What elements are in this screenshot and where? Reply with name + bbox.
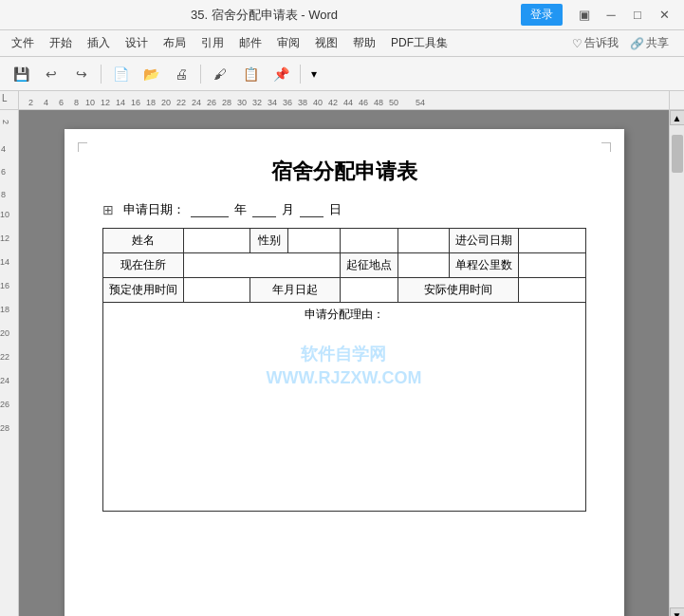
- actual-time-value: [518, 278, 585, 303]
- menu-pdf[interactable]: PDF工具集: [383, 32, 455, 54]
- name-value: [183, 229, 250, 253]
- actual-time-label: 安际使用时间: [398, 278, 519, 303]
- ruler-v-20: 20: [0, 328, 9, 338]
- planned-time-label: 预定使用时间: [102, 278, 183, 303]
- ruler-num-54: 54: [416, 98, 425, 107]
- print-button[interactable]: 🖨: [168, 61, 194, 87]
- maximize-button[interactable]: □: [625, 5, 650, 26]
- gender-label: 性别: [250, 229, 288, 253]
- open-button[interactable]: 📂: [138, 61, 164, 87]
- menu-mailings[interactable]: 邮件: [231, 32, 269, 54]
- ruler-v-24: 24: [0, 376, 9, 385]
- ruler-v-4: 4: [1, 144, 6, 154]
- ruler-num-38: 38: [298, 98, 307, 107]
- scroll-down-button[interactable]: ▼: [670, 607, 685, 616]
- ruler-num-46: 46: [359, 98, 368, 107]
- toolbar-separator: [101, 65, 102, 84]
- ruler-num-44: 44: [343, 98, 353, 107]
- menu-right-group: ♡ 告诉我 🔗 共享: [568, 33, 680, 53]
- ruler-v-16: 16: [0, 281, 9, 290]
- ruler-num-28: 28: [222, 98, 231, 107]
- window-controls: ▣ ─ □ ✕: [572, 5, 676, 26]
- corner-mark-tr: [601, 142, 611, 152]
- origin-label: 起征地点: [341, 253, 398, 278]
- plus-icon: ⊞: [102, 202, 114, 217]
- ruler-num-8: 8: [74, 98, 79, 107]
- quick-access-dropdown[interactable]: ▾: [306, 65, 322, 84]
- scroll-thumb[interactable]: [672, 135, 683, 173]
- format-painter-button[interactable]: 🖌: [207, 61, 233, 87]
- ruler-l-label: L: [0, 93, 8, 103]
- ruler-num-6: 6: [59, 98, 64, 107]
- year-month-day: 年月日起: [250, 278, 341, 303]
- share-icon: 🔗: [630, 37, 644, 50]
- ruler-num-12: 12: [101, 98, 110, 107]
- menu-references[interactable]: 引用: [194, 32, 231, 54]
- form-table: 姓名 性别 进公司日期 现在住所 起征地点: [102, 228, 586, 512]
- date-day-char: 日: [329, 201, 342, 218]
- ruler-v-18: 18: [0, 305, 9, 314]
- ruler-num-34: 34: [268, 98, 277, 107]
- distance-label: 单程公里数: [449, 253, 518, 278]
- undo-button[interactable]: ↩: [38, 61, 65, 87]
- right-scrollbar: ▲ ▼: [669, 110, 684, 616]
- menu-design[interactable]: 设计: [118, 32, 156, 54]
- toolbar: 💾 ↩ ↪ 📄 📂 🖨 🖌 📋 📌 ▾: [0, 57, 684, 91]
- menubar: 文件 开始 插入 设计 布局 引用 邮件 审阅 视图 帮助 PDF工具集 ♡ 告…: [0, 30, 684, 57]
- ruler-num-14: 14: [116, 98, 125, 107]
- ruler-v-28: 28: [0, 423, 9, 433]
- reason-label: 申请分配理由：: [305, 308, 384, 321]
- main-area: 2 4 6 8 10 12 14 16 18 20 22 24 26 28 软件…: [0, 110, 684, 616]
- ruler-num-26: 26: [207, 98, 216, 107]
- close-button[interactable]: ✕: [652, 5, 676, 26]
- ruler-v-2: 2: [1, 120, 10, 124]
- menu-view[interactable]: 视图: [307, 32, 345, 54]
- ruler-num-42: 42: [328, 98, 338, 107]
- ruler-num-24: 24: [192, 98, 201, 107]
- table-row-3: 预定使用时间 年月日起 安际使用时间: [102, 278, 585, 303]
- content-area[interactable]: 软件自学网 WWW.RJZXW.COM 宿舍分配申请表 ⊞ 申请日期： 年 月 …: [19, 110, 669, 616]
- date-label: 申请日期：: [123, 201, 185, 218]
- planned-extra: [341, 278, 398, 303]
- table-row-4: 申请分配理由：: [102, 303, 585, 512]
- share-button[interactable]: 🔗 共享: [626, 33, 673, 53]
- ruler-v-12: 12: [0, 233, 9, 243]
- menu-insert[interactable]: 插入: [80, 32, 118, 54]
- ruler-v-26: 26: [0, 400, 9, 409]
- scroll-track[interactable]: [670, 125, 684, 607]
- join-date-value: [518, 229, 585, 253]
- tell-me-button[interactable]: ♡ 告诉我: [568, 33, 622, 53]
- ruler-corner: L: [0, 91, 19, 110]
- ruler-num-40: 40: [313, 98, 323, 107]
- ruler-num-2: 2: [28, 98, 33, 107]
- left-ruler-marks: 2 4 6 8 10 12 14 16 18 20 22 24 26 28: [0, 110, 18, 616]
- date-year-field: [191, 202, 229, 217]
- date-month-char: 月: [282, 201, 294, 218]
- restore-button[interactable]: ▣: [572, 5, 597, 26]
- scroll-up-button[interactable]: ▲: [670, 110, 685, 125]
- ruler-num-10: 10: [85, 98, 95, 107]
- toolbar-separator-2: [200, 65, 201, 84]
- menu-layout[interactable]: 布局: [156, 32, 194, 54]
- date-day-field: [300, 202, 324, 217]
- save-button[interactable]: 💾: [8, 61, 34, 87]
- clipboard-button[interactable]: 📋: [237, 61, 264, 87]
- address-label: 现在住所: [102, 253, 183, 278]
- ruler-num-18: 18: [146, 98, 156, 107]
- date-row: ⊞ 申请日期： 年 月 日: [102, 201, 586, 218]
- extra-value1: [341, 229, 398, 253]
- menu-home[interactable]: 开始: [42, 32, 80, 54]
- menu-review[interactable]: 审阅: [269, 32, 307, 54]
- ruler-v-14: 14: [0, 257, 9, 267]
- toolbar-separator-3: [300, 65, 301, 84]
- date-year-char: 年: [234, 201, 247, 218]
- redo-button[interactable]: ↪: [68, 61, 95, 87]
- menu-help[interactable]: 帮助: [345, 32, 383, 54]
- menu-file[interactable]: 文件: [4, 32, 42, 54]
- paste-button[interactable]: 📌: [268, 61, 294, 87]
- name-label: 姓名: [102, 229, 183, 253]
- login-button[interactable]: 登录: [521, 4, 563, 26]
- top-ruler: 2 4 6 8 10 12 14 16 18 20 22 24 26 28 30…: [19, 91, 669, 110]
- new-doc-button[interactable]: 📄: [107, 61, 134, 87]
- minimize-button[interactable]: ─: [599, 5, 623, 26]
